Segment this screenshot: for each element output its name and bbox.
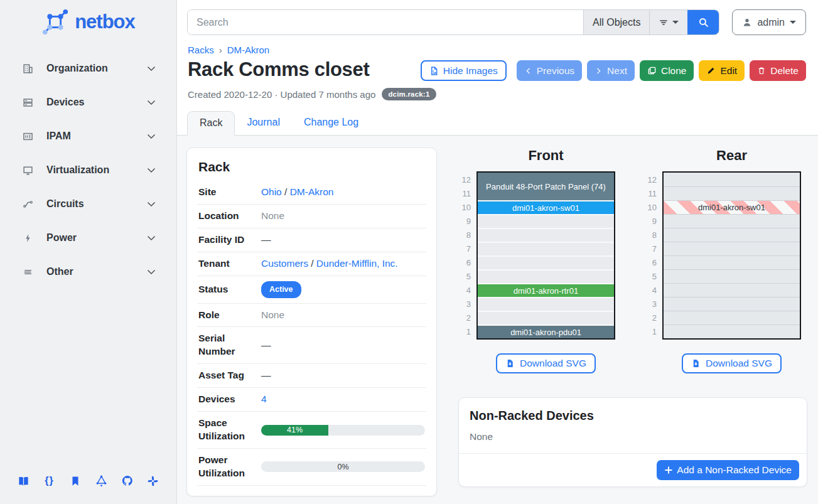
unit-number: 3 <box>458 298 471 311</box>
sidebar-item-power[interactable]: Power <box>15 221 163 255</box>
building-icon <box>23 63 36 74</box>
chevron-down-icon <box>146 199 156 209</box>
chevron-right-icon: › <box>219 45 222 55</box>
breadcrumb-link-dm-akron[interactable]: DM-Akron <box>227 45 270 55</box>
link-dunder-mifflin-inc-[interactable]: Dunder-Mifflin, Inc. <box>316 258 398 269</box>
field-value: — <box>261 233 425 247</box>
next-button[interactable]: Next <box>587 60 635 81</box>
sidebar-item-devices[interactable]: Devices <box>15 85 163 119</box>
sidebar-item-organization[interactable]: Organization <box>15 51 163 85</box>
empty-rack-unit-9[interactable] <box>478 214 614 228</box>
clone-button[interactable]: Clone <box>640 60 694 81</box>
field-value: — <box>261 369 425 382</box>
empty-rack-unit-1[interactable] <box>664 324 800 338</box>
previous-button[interactable]: Previous <box>517 60 582 81</box>
netbox-logo[interactable]: netbox <box>0 0 176 39</box>
link-ohio[interactable]: Ohio <box>261 186 282 197</box>
pencil-icon <box>706 66 716 75</box>
unit-number: 10 <box>458 201 471 215</box>
field-value: 0% <box>261 461 425 472</box>
bookmark-icon[interactable] <box>68 474 82 488</box>
unit-number: 5 <box>458 270 471 284</box>
empty-rack-unit-8[interactable] <box>664 228 800 242</box>
empty-rack-unit-8[interactable] <box>478 228 614 242</box>
field-row-role: RoleNone <box>197 304 426 328</box>
breadcrumb-link-racks[interactable]: Racks <box>188 45 214 55</box>
empty-rack-unit-3[interactable] <box>664 297 800 311</box>
rack-elevations: Front121110987654321Panduit 48-Port Patc… <box>458 147 807 373</box>
search-submit-button[interactable] <box>687 10 719 35</box>
chevron-down-icon <box>146 165 156 175</box>
unit-number: 9 <box>458 215 471 228</box>
chevron-down-icon <box>146 97 156 107</box>
rack-device-dmi01-akron-sw01[interactable]: dmi01-akron-sw01 <box>478 200 614 214</box>
api-icon[interactable]: {} <box>42 474 56 488</box>
plus-icon <box>664 466 673 475</box>
empty-rack-unit-7[interactable] <box>664 242 800 255</box>
monitor-icon <box>23 164 36 176</box>
field-label: Role <box>198 309 261 322</box>
empty-rack-unit-5[interactable] <box>664 269 800 283</box>
tab-journal[interactable]: Journal <box>235 111 291 135</box>
field-row-space-utilization: Space Utilization41% <box>197 412 426 449</box>
elevation-body: 121110987654321Panduit 48-Port Patch Pan… <box>458 171 615 340</box>
page-header: Rack Comms closet Hide Images Previous <box>177 55 818 81</box>
rack-device-dmi01-akron-rtr01[interactable]: dmi01-akron-rtr01 <box>478 283 614 297</box>
device-count-link[interactable]: 4 <box>261 394 267 404</box>
utilization-progress-bar: 41% <box>261 425 425 436</box>
empty-rack-unit-6[interactable] <box>478 255 614 269</box>
user-menu-button[interactable]: admin <box>732 9 806 35</box>
empty-rack-unit-7[interactable] <box>478 242 614 255</box>
tab-change-log[interactable]: Change Log <box>292 111 370 135</box>
rack-device-dmi01-akron-pdu01[interactable]: dmi01-akron-pdu01 <box>478 324 614 338</box>
field-label: Tenant <box>198 257 261 271</box>
created-updated-text: Created 2020-12-20 · Updated 7 months ag… <box>188 89 375 100</box>
add-non-racked-device-button[interactable]: Add a Non-Racked Device <box>657 460 799 480</box>
field-value: 4 <box>261 393 425 406</box>
rack-device-dmi01-akron-sw01[interactable]: dmi01-akron-sw01 <box>664 200 800 214</box>
rack-details-table: SiteOhio / DM-AkronLocationNoneFacility … <box>197 181 426 486</box>
sidebar-nav: OrganizationDevicesIPAMVirtualizationCir… <box>0 51 176 474</box>
sidebar-item-virtualization[interactable]: Virtualization <box>15 153 163 187</box>
empty-rack-unit-12[interactable] <box>664 173 800 186</box>
field-row-tenant: TenantCustomers / Dunder-Mifflin, Inc. <box>197 252 426 276</box>
graphql-icon[interactable] <box>94 474 108 488</box>
slack-icon[interactable] <box>146 474 160 488</box>
sidebar-item-ipam[interactable]: IPAM <box>15 119 163 153</box>
edit-button[interactable]: Edit <box>699 60 745 81</box>
hide-images-button[interactable]: Hide Images <box>421 60 507 81</box>
link-dm-akron[interactable]: DM-Akron <box>290 186 334 197</box>
sidebar-item-circuits[interactable]: Circuits <box>15 187 163 221</box>
unit-number: 9 <box>644 215 657 228</box>
link-customers[interactable]: Customers <box>261 258 308 269</box>
download-svg-button-front[interactable]: Download SVG <box>496 353 596 373</box>
chevron-down-icon <box>146 131 156 141</box>
search-scope-label: All Objects <box>593 17 640 28</box>
unit-number: 5 <box>644 270 657 284</box>
empty-rack-unit-3[interactable] <box>478 297 614 311</box>
empty-rack-unit-2[interactable] <box>478 311 614 324</box>
search-filter-button[interactable] <box>649 10 687 35</box>
download-file-icon <box>691 358 701 368</box>
search-input[interactable] <box>188 10 583 35</box>
field-row-site: SiteOhio / DM-Akron <box>197 181 426 205</box>
empty-rack-unit-9[interactable] <box>664 214 800 228</box>
empty-rack-unit-4[interactable] <box>664 283 800 297</box>
panel-title: Rack <box>198 159 426 174</box>
field-label: Serial Number <box>198 332 261 358</box>
docs-icon[interactable] <box>16 474 30 488</box>
empty-rack-unit-5[interactable] <box>478 269 614 283</box>
netbox-wordmark: netbox <box>75 11 135 33</box>
rack-device-panduit-48-port-patch-panel-74-[interactable]: Panduit 48-Port Patch Panel (74) <box>478 173 614 200</box>
search-scope-button[interactable]: All Objects <box>583 10 649 35</box>
tab-rack[interactable]: Rack <box>187 111 235 136</box>
chevron-right-icon <box>595 67 603 75</box>
field-label: Location <box>198 210 261 223</box>
empty-rack-unit-2[interactable] <box>664 311 800 324</box>
sidebar-item-other[interactable]: Other <box>15 255 163 289</box>
delete-button[interactable]: Delete <box>750 60 806 81</box>
empty-rack-unit-6[interactable] <box>664 255 800 269</box>
github-icon[interactable] <box>121 474 134 488</box>
empty-rack-unit-11[interactable] <box>664 186 800 200</box>
download-svg-button-rear[interactable]: Download SVG <box>682 353 782 373</box>
